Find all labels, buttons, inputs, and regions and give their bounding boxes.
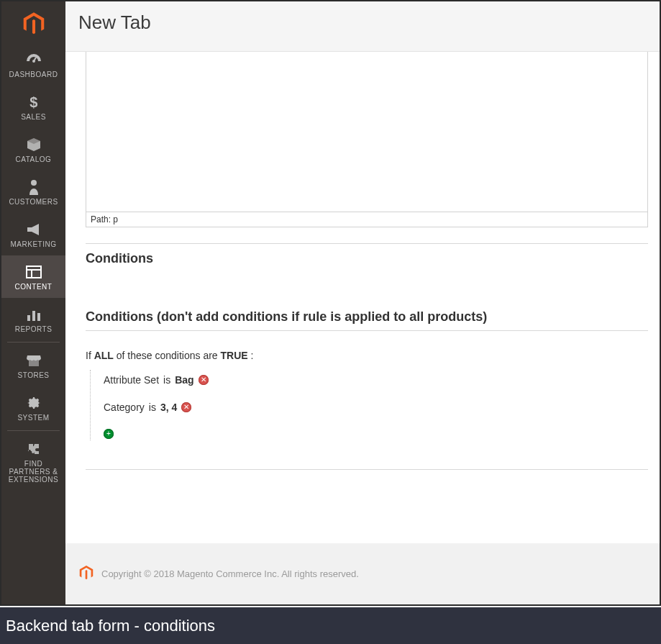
wysiwyg-editor[interactable]: Path: p [86, 52, 648, 227]
svg-rect-10 [29, 360, 39, 366]
bar-chart-icon [26, 307, 42, 322]
nav-label: REPORTS [15, 325, 53, 333]
condition-value[interactable]: Bag [175, 374, 193, 386]
condition-value[interactable]: 3, 4 [160, 402, 177, 413]
box-icon [26, 137, 42, 153]
conditions-subsection-title: Conditions (don't add conditions if rule… [86, 309, 648, 331]
magento-logo-small [78, 565, 94, 583]
svg-rect-8 [32, 311, 35, 321]
editor-path[interactable]: Path: p [86, 212, 647, 227]
divider [86, 469, 648, 470]
condition-attribute[interactable]: Category [104, 402, 145, 413]
aggregator-selector[interactable]: ALL [94, 350, 114, 361]
condition-attribute[interactable]: Attribute Set [104, 374, 159, 386]
svg-text:$: $ [29, 94, 38, 110]
copyright-text: Copyright © 2018 Magento Commerce Inc. A… [101, 568, 359, 579]
conditions-aggregator-sentence: If ALL of these conditions are TRUE : [86, 350, 648, 361]
admin-sidebar: DASHBOARD $ SALES CATALOG CUSTOMERS MARK… [1, 1, 65, 604]
nav-label: DASHBOARD [9, 71, 58, 78]
nav-label: CUSTOMERS [9, 198, 58, 206]
sidebar-item-reports[interactable]: REPORTS [1, 298, 65, 340]
sidebar-item-stores[interactable]: STORES [1, 344, 65, 386]
sidebar-item-catalog[interactable]: CATALOG [1, 128, 65, 171]
sidebar-item-customers[interactable]: CUSTOMERS [1, 171, 65, 213]
remove-condition-icon[interactable]: ✕ [199, 375, 209, 385]
sidebar-item-find-partners[interactable]: FIND PARTNERS & EXTENSIONS [1, 432, 65, 491]
nav-label: STORES [18, 371, 50, 379]
caption-bar: Backend tab form - conditions [0, 607, 661, 644]
puzzle-icon [27, 441, 41, 457]
condition-operator[interactable]: is [149, 402, 156, 413]
gauge-icon [25, 52, 42, 68]
page-header: New Tab [65, 1, 660, 52]
sidebar-item-system[interactable]: SYSTEM [1, 386, 65, 429]
remove-condition-icon[interactable]: ✕ [181, 402, 191, 412]
svg-rect-7 [27, 315, 30, 321]
nav-label: CATALOG [16, 155, 52, 163]
value-selector[interactable]: TRUE [221, 350, 248, 361]
nav-separator [7, 430, 60, 431]
svg-rect-4 [27, 266, 41, 278]
sidebar-item-dashboard[interactable]: DASHBOARD [1, 43, 65, 86]
gear-icon [27, 395, 41, 411]
sidebar-item-marketing[interactable]: MARKETING [1, 213, 65, 255]
nav-label: SALES [21, 113, 46, 121]
sentence-suffix: : [248, 350, 254, 361]
editor-content-area[interactable] [86, 52, 647, 212]
sidebar-item-content[interactable]: CONTENT [1, 255, 65, 298]
caption-text: Backend tab form - conditions [6, 617, 215, 635]
store-icon [26, 353, 42, 368]
layout-icon [26, 264, 42, 280]
nav-label: SYSTEM [17, 414, 49, 422]
nav-separator [7, 342, 60, 343]
magento-logo[interactable] [1, 1, 65, 43]
main-area: New Tab Path: p Conditions Conditions (d… [65, 1, 660, 604]
conditions-section-title: Conditions [86, 251, 648, 266]
svg-point-3 [31, 180, 37, 186]
add-condition-icon[interactable]: + [104, 429, 114, 439]
megaphone-icon [26, 222, 42, 237]
nav-label: CONTENT [15, 283, 53, 291]
sidebar-item-sales[interactable]: $ SALES [1, 86, 65, 128]
condition-row: Category is 3, 4 ✕ [104, 402, 648, 413]
conditions-list: Attribute Set is Bag ✕ Category is 3, 4 … [90, 370, 648, 440]
sentence-middle: of these conditions are [114, 350, 221, 361]
svg-rect-9 [37, 313, 40, 321]
add-condition-row: + [104, 429, 648, 439]
condition-operator[interactable]: is [163, 374, 170, 386]
divider [86, 243, 648, 244]
condition-row: Attribute Set is Bag ✕ [104, 374, 648, 386]
page-title: New Tab [78, 12, 647, 34]
footer: Copyright © 2018 Magento Commerce Inc. A… [65, 543, 660, 604]
sentence-prefix: If [86, 350, 94, 361]
nav-label: FIND PARTNERS & EXTENSIONS [3, 460, 64, 484]
person-icon [28, 179, 40, 195]
dollar-icon: $ [27, 94, 40, 110]
nav-label: MARKETING [11, 240, 57, 248]
